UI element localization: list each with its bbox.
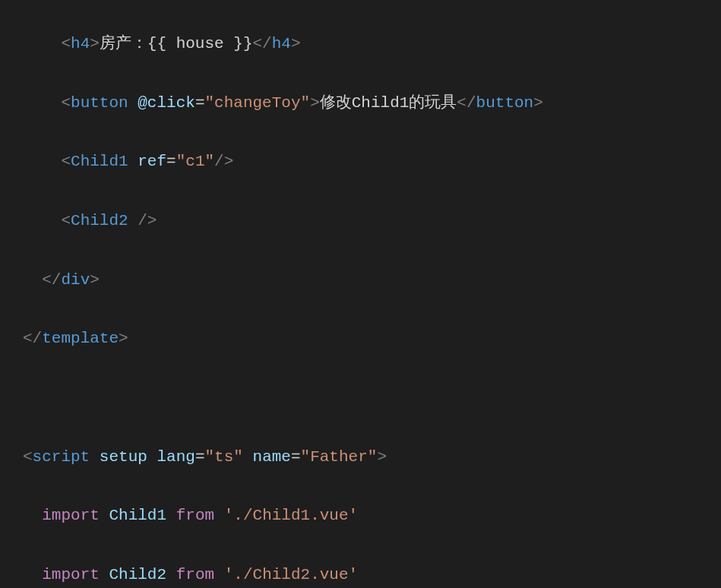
code-line[interactable]: import Child1 from './Child1.vue' [23,501,721,531]
code-line[interactable]: <h4>房产：{{ house }}</h4> [23,30,721,59]
code-line[interactable]: <Child1 ref="c1"/> [23,147,721,177]
code-line[interactable]: import Child2 from './Child2.vue' [23,561,721,588]
code-editor[interactable]: <h4>房产：{{ house }}</h4> <button @click="… [0,0,721,588]
code-line[interactable]: </template> [23,324,721,354]
code-line[interactable]: <button @click="changeToy">修改Child1的玩具</… [23,89,721,119]
code-line[interactable]: <Child2 /> [23,207,721,236]
code-line[interactable] [23,384,721,413]
code-line[interactable]: <script setup lang="ts" name="Father"> [23,443,721,473]
code-line[interactable]: </div> [23,266,721,296]
